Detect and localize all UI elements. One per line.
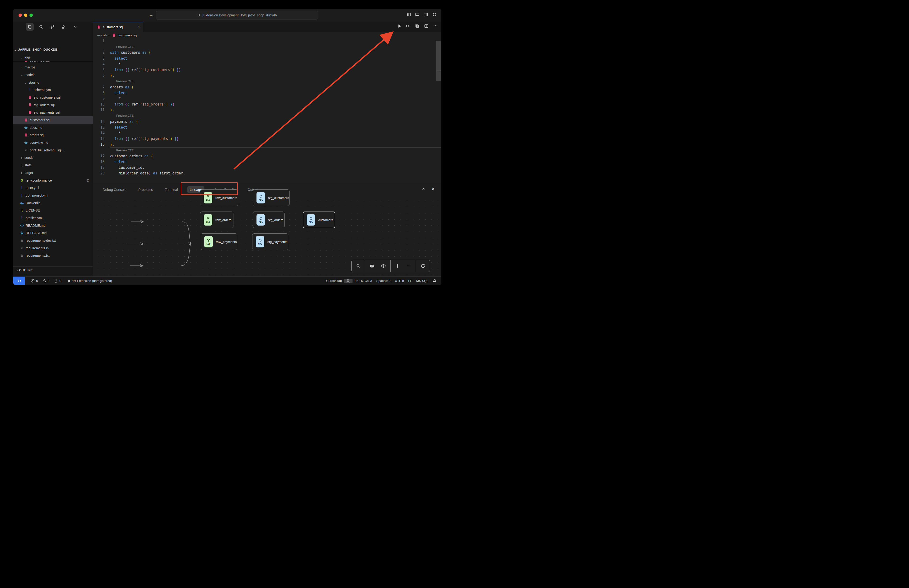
- dbt-icon[interactable]: [396, 24, 400, 28]
- close-icon[interactable]: ✕: [431, 187, 434, 192]
- status-cursor-tab[interactable]: Cursor Tab: [324, 279, 344, 283]
- tab-customers-sql[interactable]: customers.sql ✕: [93, 22, 143, 32]
- eye-icon[interactable]: [381, 263, 386, 268]
- tree-item-models[interactable]: ⌄models: [13, 71, 93, 79]
- codelens-preview-cte[interactable]: Preview CTE: [93, 44, 441, 50]
- codelens-preview-cte[interactable]: Preview CTE: [93, 113, 441, 119]
- panel-tab-debug-console[interactable]: Debug Console: [100, 186, 129, 193]
- lineage-node-stg_payments[interactable]: MDLstg_payments: [252, 233, 288, 250]
- lineage-canvas[interactable]: SEDraw_customersSEDraw_ordersSEDraw_paym…: [93, 195, 441, 276]
- tree-item-profiles-yml[interactable]: !profiles.yml: [13, 214, 93, 222]
- remote-indicator[interactable]: [13, 277, 25, 285]
- breadcrumb-file[interactable]: customers.sql: [118, 34, 137, 37]
- status-0[interactable]: 0: [40, 277, 52, 285]
- status-utf-8[interactable]: UTF-8: [393, 279, 406, 283]
- tree-item-license[interactable]: LICENSE: [13, 207, 93, 214]
- query-results-icon[interactable]: [415, 24, 420, 28]
- tree-item--user-yml[interactable]: !.user.yml: [13, 184, 93, 192]
- tree-item-customers-sql[interactable]: customers.sql: [13, 116, 93, 124]
- chevron-up-icon[interactable]: [421, 187, 426, 192]
- tree-item-staging[interactable]: ⌄staging: [13, 79, 93, 86]
- tree-item-dbt-project-yml[interactable]: !dbt_project.yml: [13, 192, 93, 199]
- code-editor[interactable]: 1Preview CTE2with customers as (3 select…: [93, 38, 441, 184]
- tree-item-print-full-refresh-sql-[interactable]: print_full_refresh._sql_: [13, 146, 93, 154]
- tree-item-overview-md[interactable]: overview.md: [13, 139, 93, 146]
- plus-icon[interactable]: [395, 263, 400, 268]
- status-zoom-in-icon[interactable]: [344, 279, 352, 283]
- status-spaces-2[interactable]: Spaces: 2: [374, 279, 393, 283]
- db-file-icon: [24, 61, 28, 62]
- tree-item-dockerfile[interactable]: Dockerfile: [13, 199, 93, 207]
- close-icon[interactable]: ✕: [137, 25, 140, 29]
- code-line-3: 3 select: [93, 56, 441, 61]
- tree-item-stg-payments-sql[interactable]: stg_payments.sql: [13, 109, 93, 116]
- minus-icon[interactable]: [406, 263, 412, 268]
- docker-file-icon: [20, 201, 24, 205]
- lineage-node-stg_customers[interactable]: MDLstg_customers: [253, 189, 289, 206]
- tree-item-target[interactable]: ›target: [13, 169, 93, 176]
- lineage-node-raw_payments[interactable]: SEDraw_payments: [201, 233, 237, 250]
- codelens-preview-cte[interactable]: Preview CTE: [93, 78, 441, 84]
- tree-item-readme-md[interactable]: README.md: [13, 222, 93, 229]
- code-line-16: 16),: [93, 142, 441, 147]
- tree-item-docs-md[interactable]: docs.md: [13, 124, 93, 131]
- line-number: 17: [93, 153, 110, 159]
- panel-bottom-icon[interactable]: [415, 12, 420, 17]
- tree-item-state[interactable]: ›state: [13, 162, 93, 169]
- panel-tab-terminal[interactable]: Terminal: [162, 186, 180, 193]
- source-control-icon[interactable]: [48, 23, 57, 31]
- tree-item-label: requirements-dev.txt: [26, 239, 56, 242]
- editor-scrollbar[interactable]: [436, 40, 441, 81]
- aperture-icon[interactable]: [370, 263, 375, 268]
- toolbar-segment: [365, 260, 390, 272]
- tree-item--env-conformance[interactable]: $.env.conformance⊘: [13, 176, 93, 184]
- tree-item-query-log-sq-[interactable]: query_log.sq.: [13, 61, 93, 63]
- status-ms-sql[interactable]: MS SQL: [414, 279, 431, 283]
- status-dbt-extension-unregistered-[interactable]: dbt Extension (unregistered): [63, 277, 114, 285]
- panel-right-icon[interactable]: [424, 12, 428, 17]
- tree-item-stg-orders-sql[interactable]: stg_orders.sql: [13, 101, 93, 109]
- minimize-window-button[interactable]: [24, 13, 27, 17]
- code-icon[interactable]: [405, 24, 410, 28]
- split-editor-icon[interactable]: [424, 24, 429, 28]
- tree-item-orders-sql[interactable]: orders.sql: [13, 131, 93, 139]
- search-icon[interactable]: [37, 23, 45, 31]
- model-badge: MDL: [257, 214, 265, 226]
- gear-icon[interactable]: [432, 12, 437, 17]
- refresh-icon[interactable]: [420, 263, 426, 268]
- debug-icon[interactable]: [60, 23, 68, 31]
- status-0[interactable]: 0: [52, 277, 63, 285]
- lineage-node-stg_orders[interactable]: MDLstg_orders: [253, 212, 284, 228]
- tree-item-logs[interactable]: ⌄logs: [13, 53, 93, 61]
- breadcrumb-folder[interactable]: models: [97, 34, 108, 37]
- maximize-window-button[interactable]: [29, 13, 33, 17]
- status-0[interactable]: 0: [29, 277, 40, 285]
- status-ln-16-col-3[interactable]: Ln 16, Col 3: [352, 279, 374, 283]
- panel-tab-problems[interactable]: Problems: [136, 186, 155, 193]
- status-bell-icon[interactable]: [431, 279, 439, 283]
- codelens-preview-cte[interactable]: Preview CTE: [93, 148, 441, 153]
- tree-item-macros[interactable]: ›macros: [13, 63, 93, 71]
- section-outline[interactable]: ›OUTLINE: [13, 267, 93, 274]
- lineage-node-label: raw_payments: [216, 240, 237, 244]
- chevron-down-icon[interactable]: [71, 23, 79, 31]
- tree-item-requirements-dev-txt[interactable]: requirements-dev.txt: [13, 237, 93, 244]
- tree-item-schema-yml[interactable]: !schema.yml: [13, 86, 93, 94]
- tree-item-requirements-in[interactable]: requirements.in: [13, 244, 93, 252]
- back-icon[interactable]: ←: [149, 12, 153, 18]
- close-window-button[interactable]: [19, 13, 22, 17]
- status-lf[interactable]: LF: [406, 279, 414, 283]
- lineage-node-raw_orders[interactable]: SEDraw_orders: [200, 212, 233, 228]
- tree-item-release-md[interactable]: RELEASE.md: [13, 229, 93, 237]
- lineage-node-customers[interactable]: MDLcustomers: [303, 212, 335, 228]
- panel-left-icon[interactable]: [407, 12, 411, 17]
- search-icon[interactable]: [356, 263, 361, 268]
- more-icon[interactable]: [433, 24, 438, 28]
- tree-item-label: macros: [24, 65, 36, 69]
- tree-item-stg-customers-sql[interactable]: stg_customers.sql: [13, 94, 93, 101]
- tree-item-seeds[interactable]: ›seeds: [13, 154, 93, 162]
- tree-root-folder[interactable]: ⌄ JAFFLE_SHOP_DUCKDB: [13, 46, 93, 53]
- tree-item-requirements-txt[interactable]: requirements.txt: [13, 252, 93, 260]
- files-icon[interactable]: [26, 23, 34, 31]
- command-center[interactable]: [Extension Development Host] jaffle_shop…: [156, 11, 318, 19]
